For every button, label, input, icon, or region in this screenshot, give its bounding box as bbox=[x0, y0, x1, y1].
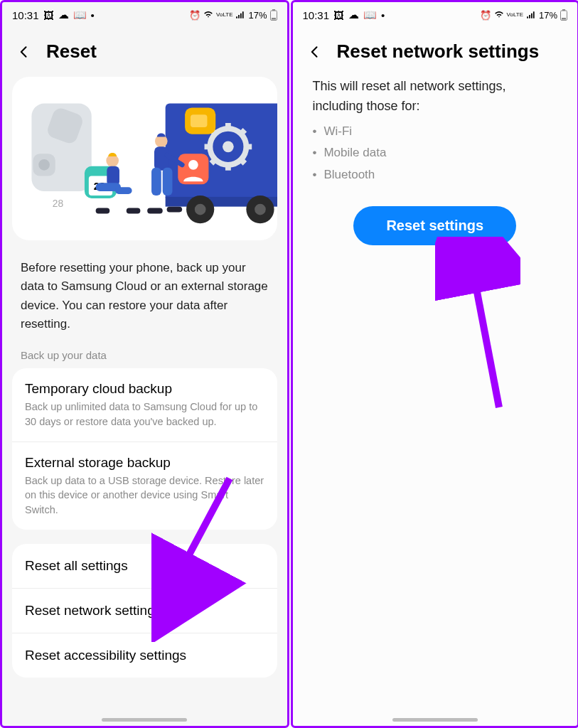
home-indicator[interactable] bbox=[102, 718, 187, 722]
backup-list: Temporary cloud backup Back up unlimited… bbox=[12, 368, 277, 529]
svg-rect-32 bbox=[107, 166, 119, 186]
wifi-icon bbox=[494, 10, 504, 20]
status-time: 10:31 bbox=[12, 9, 39, 21]
chevron-left-icon bbox=[308, 45, 322, 59]
list-item-subtitle: Back up data to a USB storage device. Re… bbox=[25, 473, 264, 517]
bullet-item: Bluetooth bbox=[313, 164, 558, 186]
image-icon: 🖼 bbox=[43, 9, 54, 21]
bullet-text: Mobile data bbox=[323, 142, 386, 164]
chevron-left-icon bbox=[17, 45, 31, 59]
cloud-icon: ☁ bbox=[348, 9, 359, 21]
list-item-title: Temporary cloud backup bbox=[25, 381, 264, 397]
battery-icon bbox=[270, 9, 277, 21]
svg-rect-36 bbox=[96, 208, 110, 214]
wifi-icon bbox=[203, 10, 213, 20]
battery-percent: 17% bbox=[539, 10, 557, 21]
volte-icon: VoLTE bbox=[507, 12, 523, 18]
cloud-icon: ☁ bbox=[58, 9, 69, 21]
intro-text: Before resetting your phone, back up you… bbox=[2, 240, 287, 338]
page-header: Reset bbox=[2, 28, 287, 74]
svg-line-23 bbox=[211, 159, 215, 164]
svg-point-6 bbox=[38, 159, 50, 171]
list-item-title: External storage backup bbox=[25, 455, 264, 471]
battery-percent: 17% bbox=[248, 10, 267, 21]
signal-icon bbox=[235, 10, 245, 20]
list-item-title: Reset network settings bbox=[25, 603, 264, 619]
alarm-icon: ⏰ bbox=[189, 10, 200, 21]
bullet-dot-icon bbox=[313, 142, 317, 164]
book-icon: 📖 bbox=[363, 9, 377, 21]
reset-all-settings[interactable]: Reset all settings bbox=[12, 544, 277, 588]
list-item-title: Reset all settings bbox=[25, 558, 264, 574]
svg-rect-41 bbox=[147, 208, 163, 214]
bullet-text: Wi-Fi bbox=[323, 121, 352, 143]
svg-rect-47 bbox=[562, 18, 566, 20]
bullet-dot-icon bbox=[313, 121, 317, 143]
dot-icon: • bbox=[91, 9, 95, 21]
phone-left: 10:31 🖼 ☁ 📖 • ⏰ VoLTE 17% Reset bbox=[0, 0, 289, 728]
svg-line-22 bbox=[241, 130, 245, 134]
svg-point-15 bbox=[223, 141, 234, 152]
bullet-item: Wi-Fi bbox=[313, 121, 558, 143]
status-bar: 10:31 🖼 ☁ 📖 • ⏰ VoLTE 17% bbox=[293, 2, 578, 28]
hero-illustration: 28 28 bbox=[12, 77, 277, 240]
status-bar: 10:31 🖼 ☁ 📖 • ⏰ VoLTE 17% bbox=[2, 2, 287, 28]
signal-icon bbox=[526, 10, 536, 20]
external-storage-backup[interactable]: External storage backup Back up data to … bbox=[12, 441, 277, 530]
svg-rect-40 bbox=[163, 168, 173, 196]
svg-rect-25 bbox=[191, 114, 208, 127]
list-item-subtitle: Back up unlimited data to Samsung Cloud … bbox=[25, 400, 264, 429]
svg-rect-38 bbox=[154, 146, 168, 170]
svg-point-11 bbox=[195, 204, 206, 215]
svg-rect-34 bbox=[115, 187, 132, 194]
reset-settings-button[interactable]: Reset settings bbox=[353, 206, 516, 245]
back-button[interactable] bbox=[16, 44, 32, 60]
reset-accessibility-settings[interactable]: Reset accessibility settings bbox=[12, 633, 277, 678]
svg-rect-2 bbox=[272, 18, 276, 20]
temporary-cloud-backup[interactable]: Temporary cloud backup Back up unlimited… bbox=[12, 368, 277, 441]
svg-line-48 bbox=[469, 251, 499, 407]
annotation-arrow-icon bbox=[435, 237, 520, 422]
backup-section-label: Back up your data bbox=[2, 338, 287, 368]
alarm-icon: ⏰ bbox=[480, 10, 491, 21]
hero-svg: 28 28 bbox=[12, 77, 277, 240]
bullet-item: Mobile data bbox=[313, 142, 558, 164]
status-time: 10:31 bbox=[303, 9, 330, 21]
back-button[interactable] bbox=[307, 44, 323, 60]
bullet-text: Bluetooth bbox=[323, 164, 375, 186]
book-icon: 📖 bbox=[73, 9, 87, 21]
page-title: Reset network settings bbox=[337, 41, 540, 63]
list-item-title: Reset accessibility settings bbox=[25, 648, 264, 663]
svg-rect-39 bbox=[151, 168, 161, 196]
phone-right: 10:31 🖼 ☁ 📖 • ⏰ VoLTE 17% Reset network bbox=[291, 0, 579, 728]
svg-rect-42 bbox=[167, 207, 183, 213]
reset-bullet-list: Wi-Fi Mobile data Bluetooth bbox=[293, 117, 578, 196]
svg-point-27 bbox=[188, 160, 198, 170]
svg-point-13 bbox=[255, 204, 266, 215]
page-header: Reset network settings bbox=[293, 28, 578, 74]
reset-description: This will reset all network settings, in… bbox=[293, 74, 578, 117]
volte-icon: VoLTE bbox=[216, 12, 232, 18]
battery-icon bbox=[560, 9, 567, 21]
svg-rect-8 bbox=[166, 104, 277, 201]
svg-text:28: 28 bbox=[53, 198, 64, 209]
reset-network-settings[interactable]: Reset network settings bbox=[12, 588, 277, 633]
image-icon: 🖼 bbox=[333, 9, 344, 21]
bullet-dot-icon bbox=[313, 164, 317, 186]
svg-line-21 bbox=[241, 159, 245, 164]
reset-list: Reset all settings Reset network setting… bbox=[12, 544, 277, 678]
home-indicator[interactable] bbox=[392, 718, 478, 722]
page-title: Reset bbox=[46, 41, 97, 63]
svg-rect-35 bbox=[127, 208, 141, 214]
dot-icon: • bbox=[381, 9, 385, 21]
